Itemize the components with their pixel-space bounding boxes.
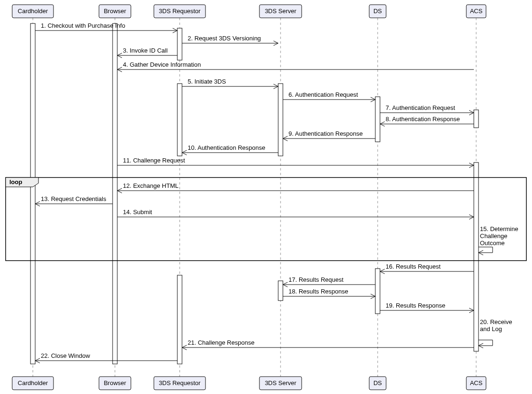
loop-label: loop [9,178,22,185]
message-9-label: 9. Authentication Response [289,130,363,137]
message-4-label: 4. Gather Device Information [123,61,201,68]
message-7-label: 7. Authentication Request [386,104,456,111]
message-1-label: 1. Checkout with Purchase Info [41,22,125,29]
actor-label-server: 3DS Server [265,379,296,386]
actor-label-acs: ACS [470,379,483,386]
actor-label-server: 3DS Server [265,8,296,15]
message-19-label: 19. Results Response [386,302,445,309]
message-13-label: 13. Request Credentials [41,195,106,202]
message-16-label: 16. Results Request [386,263,441,270]
activation-requestor [177,28,182,60]
message-15-label: Outcome [480,239,505,247]
actor-label-browser: Browser [104,379,126,386]
actor-label-browser: Browser [104,8,126,15]
message-15-label: 15. Determine [480,225,518,232]
activation-cardholder [30,23,35,364]
activation-requestor [177,275,182,364]
activation-server [278,84,283,156]
actor-label-cardholder: Cardholder [18,8,48,15]
message-20-label: and Log [480,325,502,332]
message-22-label: 22. Close Window [41,352,90,359]
actor-label-cardholder: Cardholder [18,379,48,386]
message-3-label: 3. Invoke ID Call [123,47,167,54]
message-2-label: 2. Request 3DS Versioning [188,35,261,42]
message-15-label: Challenge [480,232,508,239]
message-20-label: 20. Receive [480,318,512,325]
actor-label-requestor: 3DS Requestor [159,379,201,386]
message-18-label: 18. Results Response [289,288,348,295]
message-14 [117,215,474,219]
activation-ds [375,269,380,314]
activation-requestor [177,84,182,156]
sequence-diagram: CardholderBrowser3DS Requestor3DS Server… [0,0,532,394]
actor-label-acs: ACS [470,8,483,15]
message-6-label: 6. Authentication Request [289,91,358,98]
actor-label-ds: DS [373,379,382,386]
message-14-label: 14. Submit [123,209,152,216]
actor-label-requestor: 3DS Requestor [159,8,201,15]
actor-label-ds: DS [373,8,382,15]
message-10-label: 10. Authentication Response [188,144,266,151]
activation-acs [474,162,479,351]
activation-acs [474,110,479,128]
message-12-label: 12. Exchange HTML [123,182,179,189]
activation-browser [113,23,117,364]
activation-ds [375,97,380,142]
message-21-label: 21. Challenge Response [188,339,254,346]
loop-fragment [6,178,526,261]
message-17-label: 17. Results Request [289,276,343,283]
message-5-label: 5. Initiate 3DS [188,78,226,85]
message-8-label: 8. Authentication Response [386,116,460,123]
message-11-label: 11. Challenge Request [123,157,185,164]
activation-server [278,281,283,301]
